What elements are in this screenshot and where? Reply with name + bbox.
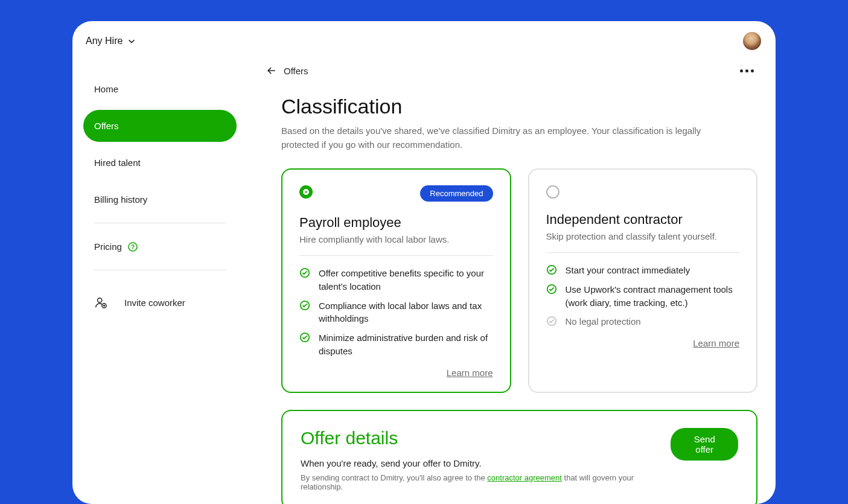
check-circle-icon [299, 267, 310, 278]
page-subtitle: Based on the details you've shared, we'v… [281, 124, 740, 152]
check-circle-muted-icon [546, 316, 557, 327]
feature-text: Compliance with local labor laws and tax… [319, 299, 493, 326]
feature-text: Use Upwork's contract management tools (… [566, 283, 740, 310]
add-user-icon [94, 296, 107, 309]
contractor-agreement-link[interactable]: contractor agreement [487, 473, 562, 482]
chevron-down-icon [127, 37, 136, 45]
arrow-left-icon [266, 65, 278, 77]
sidebar-item-hired-talent[interactable]: Hired talent [83, 147, 237, 179]
svg-point-2 [98, 298, 102, 302]
card-subtitle: Skip protection and classify talent your… [546, 231, 740, 241]
feature-item: Offer competitive benefits specific to y… [299, 267, 493, 293]
back-label: Offers [284, 66, 308, 76]
invite-label: Invite coworker [124, 298, 185, 308]
feature-text: Start your contract immediately [566, 264, 690, 277]
offer-top: Offer details When you're ready, send yo… [301, 428, 738, 491]
radio-selected[interactable] [299, 185, 313, 199]
radio-unselected[interactable] [546, 185, 559, 199]
card-subtitle: Hire compliantly with local labor laws. [299, 234, 493, 244]
sidebar-item-home[interactable]: Home [83, 73, 237, 105]
sidebar-item-offers[interactable]: Offers [83, 110, 237, 142]
dot-icon [751, 69, 754, 72]
check-circle-icon [546, 264, 557, 275]
dot-icon [745, 69, 748, 72]
check-circle-icon [546, 284, 557, 295]
body: Home Offers Hired talent Billing history… [72, 61, 776, 504]
divider [299, 255, 493, 256]
feature-text: Minimize administrative burden and risk … [319, 331, 493, 358]
card-payroll-employee[interactable]: Recommended Payroll employee Hire compli… [281, 168, 511, 393]
feature-item: Minimize administrative burden and risk … [299, 331, 493, 358]
feature-item-muted: No legal protection [546, 315, 740, 328]
pricing-label: Pricing [94, 241, 122, 252]
sidebar-item-pricing[interactable]: Pricing ? [83, 231, 237, 263]
fine-prefix: By sending contract to Dmitry, you'll al… [301, 473, 487, 482]
content: Classification Based on the details you'… [266, 95, 757, 504]
brand-selector[interactable]: Any Hire [86, 36, 136, 46]
feature-text: No legal protection [566, 315, 641, 328]
card-top: Recommended [299, 185, 493, 202]
main-header: Offers [266, 61, 757, 95]
sidebar-item-billing-history[interactable]: Billing history [83, 183, 237, 215]
topbar: Any Hire [72, 21, 776, 61]
divider [546, 252, 740, 253]
help-icon: ? [128, 242, 138, 252]
brand-name: Any Hire [86, 36, 123, 46]
back-link[interactable]: Offers [266, 65, 308, 77]
classification-cards: Recommended Payroll employee Hire compli… [281, 168, 757, 393]
offer-title: Offer details [301, 428, 671, 448]
svg-text:?: ? [131, 244, 135, 250]
feature-item: Start your contract immediately [546, 264, 740, 277]
dot-icon [740, 69, 743, 72]
sidebar: Home Offers Hired talent Billing history… [72, 61, 247, 504]
card-independent-contractor[interactable]: Independent contractor Skip protection a… [528, 168, 758, 393]
avatar[interactable] [743, 32, 761, 50]
feature-text: Offer competitive benefits specific to y… [319, 267, 493, 293]
offer-text-block: Offer details When you're ready, send yo… [301, 428, 671, 491]
learn-more-link[interactable]: Learn more [693, 338, 739, 348]
send-offer-button[interactable]: Send offer [671, 428, 738, 461]
check-circle-icon [299, 300, 310, 311]
learn-more-link[interactable]: Learn more [447, 368, 493, 378]
more-menu[interactable] [736, 66, 757, 76]
card-title: Independent contractor [546, 212, 740, 228]
offer-details-panel: Offer details When you're ready, send yo… [281, 410, 757, 505]
main: Offers Classification Based on the detai… [247, 61, 776, 504]
recommended-badge: Recommended [420, 185, 493, 202]
app-window: Any Hire Home Offers Hired talent Billin… [72, 21, 776, 504]
page-title: Classification [281, 95, 757, 118]
offer-fine-print: By sending contract to Dmitry, you'll al… [301, 473, 671, 491]
offer-ready-text: When you're ready, send your offer to Dm… [301, 458, 671, 468]
check-circle-icon [299, 332, 310, 343]
learn-more-wrap: Learn more [546, 338, 740, 349]
card-title: Payroll employee [299, 215, 493, 231]
sidebar-item-invite[interactable]: Invite coworker [83, 278, 237, 327]
card-top [546, 185, 740, 199]
learn-more-wrap: Learn more [299, 368, 493, 378]
feature-item: Use Upwork's contract management tools (… [546, 283, 740, 310]
divider [94, 270, 226, 270]
divider [94, 223, 226, 223]
feature-item: Compliance with local labor laws and tax… [299, 299, 493, 326]
